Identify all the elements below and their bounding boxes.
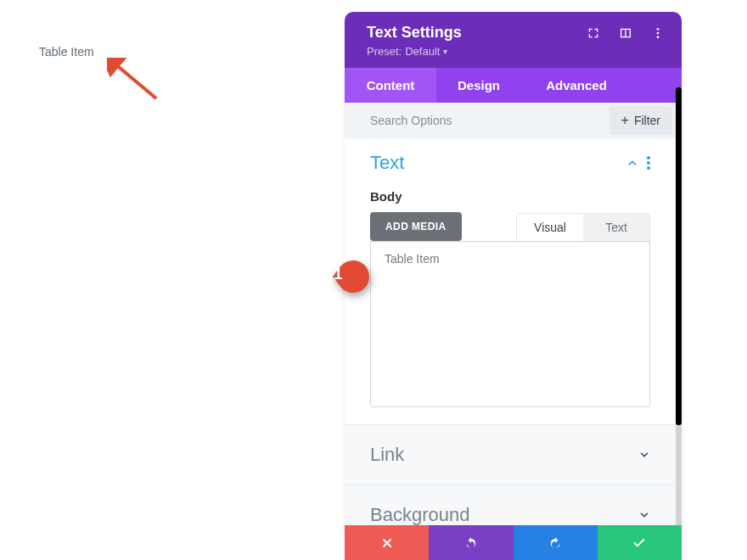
body-label: Body bbox=[370, 189, 650, 204]
filter-button[interactable]: + Filter bbox=[609, 106, 672, 135]
expand-icon bbox=[638, 509, 650, 521]
scrollbar-thumb[interactable] bbox=[676, 87, 682, 425]
section-text-title[interactable]: Text bbox=[370, 152, 404, 174]
editor-tab-text[interactable]: Text bbox=[583, 214, 649, 241]
panel-header: Text Settings Preset: Default ▾ bbox=[345, 12, 682, 68]
svg-line-0 bbox=[114, 63, 156, 98]
section-text: Text Body ADD MEDIA Visual Text bbox=[345, 138, 676, 425]
svg-point-6 bbox=[647, 166, 650, 170]
plus-icon: + bbox=[621, 115, 629, 126]
panel-footer bbox=[345, 525, 682, 560]
caret-down-icon: ▾ bbox=[443, 47, 447, 56]
filter-label: Filter bbox=[634, 114, 660, 127]
search-row: + Filter bbox=[345, 103, 676, 138]
editor-content[interactable]: Table Item bbox=[371, 242, 649, 406]
add-media-button[interactable]: ADD MEDIA bbox=[370, 212, 462, 241]
editor-tab-visual[interactable]: Visual bbox=[517, 214, 583, 241]
svg-point-3 bbox=[657, 36, 660, 38]
annotation-arrow bbox=[107, 58, 166, 104]
editor-area: Table Item bbox=[370, 241, 650, 407]
section-link[interactable]: Link bbox=[345, 425, 676, 485]
section-more-icon[interactable] bbox=[647, 156, 650, 170]
preset-value: Default bbox=[405, 45, 440, 58]
expand-icon[interactable] bbox=[587, 26, 600, 40]
preset-selector[interactable]: Preset: Default ▾ bbox=[367, 45, 665, 58]
more-options-icon[interactable] bbox=[651, 26, 665, 40]
redo-button[interactable] bbox=[514, 525, 598, 560]
section-link-title: Link bbox=[370, 444, 404, 466]
settings-tabs: Content Design Advanced bbox=[345, 68, 682, 103]
svg-point-5 bbox=[647, 161, 650, 165]
svg-point-2 bbox=[657, 31, 660, 34]
search-input[interactable] bbox=[345, 104, 609, 137]
undo-button[interactable] bbox=[429, 525, 513, 560]
preset-label: Preset: bbox=[367, 45, 402, 58]
resize-handle[interactable] bbox=[637, 395, 648, 405]
panel-layout-icon[interactable] bbox=[619, 26, 632, 40]
svg-point-1 bbox=[657, 28, 660, 31]
svg-point-4 bbox=[647, 156, 650, 160]
save-button[interactable] bbox=[598, 525, 682, 560]
tab-advanced[interactable]: Advanced bbox=[521, 68, 632, 103]
editor-tabs: Visual Text bbox=[516, 213, 650, 241]
text-settings-panel: Text Settings Preset: Default ▾ Content … bbox=[345, 12, 682, 533]
annotation-number: 1 bbox=[334, 265, 343, 283]
tab-design[interactable]: Design bbox=[436, 68, 521, 103]
expand-icon bbox=[638, 449, 650, 461]
cancel-button[interactable] bbox=[345, 525, 429, 560]
collapse-icon[interactable] bbox=[626, 157, 638, 169]
page-preview-text: Table Item bbox=[39, 45, 94, 59]
panel-title: Text Settings bbox=[367, 24, 462, 42]
section-background-title: Background bbox=[370, 504, 469, 526]
tab-content[interactable]: Content bbox=[345, 68, 436, 103]
